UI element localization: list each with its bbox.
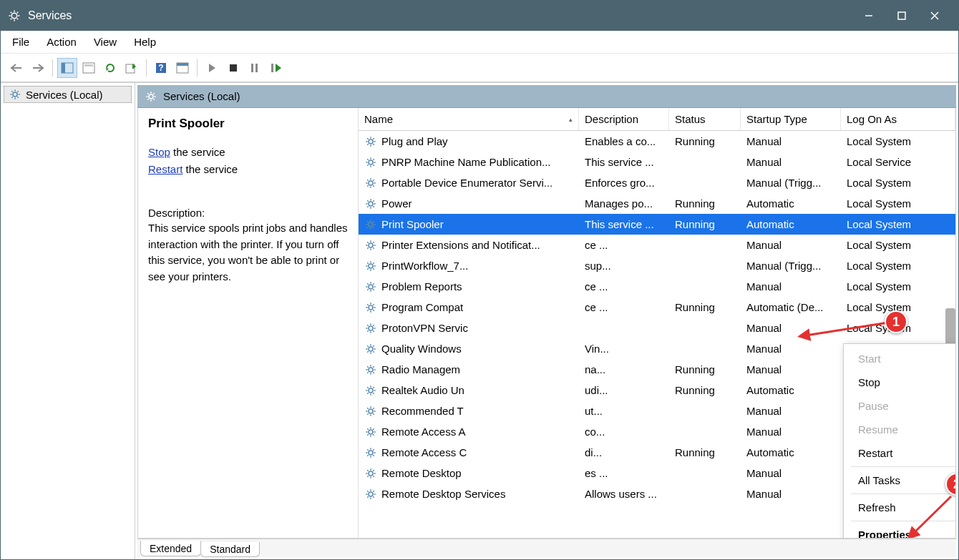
svg-point-20 — [369, 202, 373, 206]
ctx-stop[interactable]: Stop — [844, 370, 955, 394]
panes: Print Spooler Stop the service Restart t… — [137, 108, 956, 539]
back-button[interactable] — [6, 58, 26, 78]
service-desc: ce ... — [579, 301, 669, 313]
service-row[interactable]: PrintWorkflow_7...sup...Manual (Trigg...… — [359, 255, 955, 276]
service-desc: Manages po... — [579, 197, 669, 210]
svg-rect-3 — [62, 63, 65, 73]
service-status: Running — [669, 301, 741, 313]
nav-tree: Services (Local) — [1, 83, 135, 559]
gear-icon — [364, 218, 377, 231]
menu-action[interactable]: Action — [39, 33, 84, 51]
service-row[interactable]: Portable Device Enumerator Servi...Enfor… — [359, 172, 955, 193]
nav-label: Services (Local) — [26, 89, 103, 101]
svg-rect-10 — [177, 63, 188, 66]
nav-services-local[interactable]: Services (Local) — [4, 86, 132, 103]
service-row[interactable]: PNRP Machine Name Publication...This ser… — [359, 152, 955, 172]
ctx-start: Start — [844, 347, 955, 370]
svg-point-30 — [369, 409, 373, 413]
stop-suffix: the service — [170, 146, 225, 158]
svg-point-32 — [369, 451, 373, 455]
menu-file[interactable]: File — [5, 33, 36, 51]
menubar: File Action View Help — [1, 31, 958, 54]
col-startup-type[interactable]: Startup Type — [741, 108, 841, 130]
service-name: Remote Access A — [381, 426, 466, 438]
service-row[interactable]: Plug and PlayEnables a co...RunningManua… — [359, 131, 955, 152]
svg-point-23 — [369, 264, 373, 268]
ctx-resume: Resume — [844, 418, 955, 441]
service-name: PNRP Machine Name Publication... — [381, 156, 551, 168]
col-name[interactable]: Name▴ — [359, 108, 579, 130]
service-row[interactable]: Program Compatce ...RunningAutomatic (De… — [359, 297, 955, 318]
window: Services File Action View Help ? — [0, 0, 959, 560]
restart-link[interactable]: Restart — [148, 163, 182, 175]
stop-service-button[interactable] — [223, 58, 243, 78]
minimize-button[interactable] — [852, 1, 885, 31]
svg-point-22 — [369, 243, 373, 247]
service-row[interactable]: Print SpoolerThis service ...RunningAuto… — [359, 214, 955, 235]
service-logon: Local System — [841, 239, 955, 251]
properties-button[interactable] — [79, 58, 99, 78]
col-status[interactable]: Status — [669, 108, 741, 130]
ctx-refresh[interactable]: Refresh — [844, 496, 955, 519]
service-startup: Manual — [741, 467, 841, 479]
service-startup: Automatic — [741, 384, 841, 396]
service-status: Running — [669, 384, 741, 396]
sort-indicator-icon: ▴ — [569, 116, 573, 123]
pause-service-button[interactable] — [245, 58, 265, 78]
ctx-all-tasks[interactable]: All Tasks▶ — [844, 468, 955, 492]
service-desc: Vin... — [579, 343, 669, 355]
service-name: Quality Windows — [381, 343, 462, 355]
view-button[interactable] — [172, 58, 193, 78]
menu-help[interactable]: Help — [127, 33, 163, 51]
service-startup: Automatic — [741, 218, 841, 230]
service-row[interactable]: Problem Reportsce ...ManualLocal System — [359, 276, 955, 297]
service-name: Problem Reports — [381, 280, 462, 293]
service-startup: Manual (Trigg... — [741, 177, 841, 189]
selected-service-title: Print Spooler — [148, 117, 348, 131]
stop-link[interactable]: Stop — [148, 146, 170, 158]
show-hide-tree-button[interactable] — [57, 58, 77, 78]
ctx-restart[interactable]: Restart — [844, 441, 955, 465]
restart-service-button[interactable] — [266, 58, 286, 78]
export-button[interactable] — [122, 58, 142, 78]
column-headers: Name▴ Description Status Startup Type Lo… — [359, 108, 955, 131]
maximize-button[interactable] — [885, 1, 918, 31]
service-name: Program Compat — [381, 301, 463, 313]
service-name: Remote Access C — [381, 446, 467, 458]
service-name: Printer Extensions and Notificat... — [381, 239, 540, 251]
service-name: Remote Desktop — [381, 467, 462, 479]
forward-button[interactable] — [28, 58, 48, 78]
svg-point-24 — [369, 285, 373, 289]
service-startup: Manual — [741, 239, 841, 251]
ctx-properties[interactable]: Properties — [844, 523, 955, 538]
svg-point-31 — [369, 430, 373, 434]
refresh-button[interactable] — [100, 58, 120, 78]
col-description[interactable]: Description — [579, 108, 669, 130]
col-logon-as[interactable]: Log On As — [841, 108, 955, 130]
gear-icon — [364, 405, 377, 418]
menu-view[interactable]: View — [87, 33, 124, 51]
service-row[interactable]: Printer Extensions and Notificat...ce ..… — [359, 235, 955, 255]
gear-icon — [9, 88, 21, 101]
toolbar: ? — [1, 54, 958, 82]
gear-icon — [364, 363, 377, 376]
svg-rect-12 — [251, 64, 253, 72]
service-row[interactable]: PowerManages po...RunningAutomaticLocal … — [359, 193, 955, 214]
tab-standard[interactable]: Standard — [200, 542, 260, 557]
start-service-button[interactable] — [202, 58, 222, 78]
service-name: ProtonVPN Servic — [381, 322, 468, 334]
gear-icon — [364, 197, 377, 210]
service-actions: Stop the service Restart the service — [148, 144, 348, 178]
service-desc: ce ... — [579, 239, 669, 251]
close-button[interactable] — [918, 1, 951, 31]
svg-rect-14 — [271, 64, 273, 72]
svg-point-29 — [369, 388, 373, 393]
service-startup: Manual — [741, 426, 841, 438]
content-header-title: Services (Local) — [163, 90, 240, 102]
service-row[interactable]: ProtonVPN ServicManualLocal System — [359, 318, 955, 338]
tab-extended[interactable]: Extended — [140, 541, 201, 556]
service-startup: Manual — [741, 488, 841, 500]
service-name: Print Spooler — [381, 218, 444, 230]
svg-rect-5 — [84, 64, 93, 67]
help-button[interactable]: ? — [151, 58, 171, 78]
